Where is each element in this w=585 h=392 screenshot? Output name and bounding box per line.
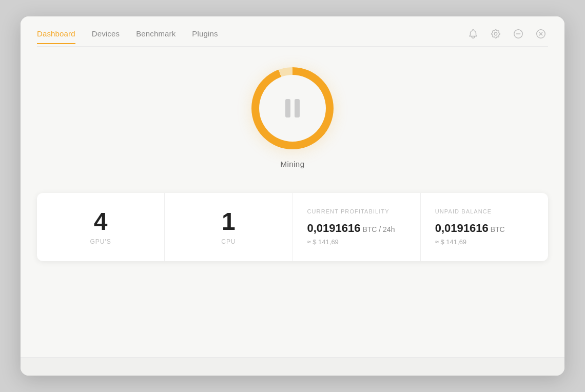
balance-card-label: UNPAID BALANCE bbox=[435, 208, 492, 214]
settings-icon[interactable] bbox=[489, 27, 503, 41]
stat-card-gpus: 4 GPU'S bbox=[37, 193, 165, 261]
stat-card-profitability: CURRENT PROFITABILITY 0,0191616 BTC / 24… bbox=[293, 193, 421, 261]
pause-icon bbox=[285, 99, 300, 117]
close-icon[interactable] bbox=[534, 27, 548, 41]
app-window: Dashboard Devices Benchmark Plugins bbox=[21, 16, 564, 376]
bell-svg bbox=[467, 28, 479, 40]
mining-section: Mining bbox=[251, 67, 334, 168]
bell-icon[interactable] bbox=[466, 27, 480, 41]
mining-status-label: Mining bbox=[281, 160, 305, 168]
close-svg bbox=[535, 28, 547, 40]
nav-bar: Dashboard Devices Benchmark Plugins bbox=[21, 16, 564, 46]
minus-svg bbox=[513, 28, 524, 40]
gpus-value: 4 bbox=[94, 209, 108, 234]
svg-point-0 bbox=[494, 32, 497, 35]
pause-bar-right bbox=[295, 99, 300, 117]
balance-approx: ≈ $ 141,69 bbox=[435, 238, 466, 246]
nav-item-plugins[interactable]: Plugins bbox=[192, 29, 218, 44]
profitability-unit: BTC / 24h bbox=[361, 225, 395, 233]
balance-unit: BTC bbox=[489, 225, 505, 233]
main-content: Mining 4 GPU'S 1 CPU CURRENT PROFITABILI… bbox=[21, 47, 564, 357]
gear-svg bbox=[490, 28, 501, 40]
nav-item-dashboard[interactable]: Dashboard bbox=[37, 29, 75, 44]
nav-left: Dashboard Devices Benchmark Plugins bbox=[37, 29, 218, 44]
balance-value: 0,0191616 BTC bbox=[435, 222, 505, 235]
minimize-icon[interactable] bbox=[511, 27, 525, 41]
balance-number: 0,0191616 bbox=[435, 222, 489, 234]
bottom-hint-bar bbox=[21, 357, 564, 376]
nav-right bbox=[466, 27, 548, 46]
mining-toggle-button[interactable] bbox=[251, 67, 334, 149]
cpu-value: 1 bbox=[222, 209, 236, 234]
stat-card-cpu: 1 CPU bbox=[165, 193, 292, 261]
stat-card-balance: UNPAID BALANCE 0,0191616 BTC ≈ $ 141,69 bbox=[421, 193, 548, 261]
profitability-number: 0,0191616 bbox=[307, 222, 361, 234]
profitability-approx: ≈ $ 141,69 bbox=[307, 238, 339, 246]
nav-item-devices[interactable]: Devices bbox=[92, 29, 120, 44]
profitability-card-label: CURRENT PROFITABILITY bbox=[307, 208, 389, 214]
nav-item-benchmark[interactable]: Benchmark bbox=[136, 29, 176, 44]
stats-row: 4 GPU'S 1 CPU CURRENT PROFITABILITY 0,01… bbox=[37, 193, 548, 261]
cpu-label: CPU bbox=[221, 238, 236, 245]
profitability-value: 0,0191616 BTC / 24h bbox=[307, 222, 395, 235]
gpus-label: GPU'S bbox=[90, 238, 111, 245]
mining-button-inner bbox=[259, 75, 326, 142]
pause-bar-left bbox=[285, 99, 290, 117]
